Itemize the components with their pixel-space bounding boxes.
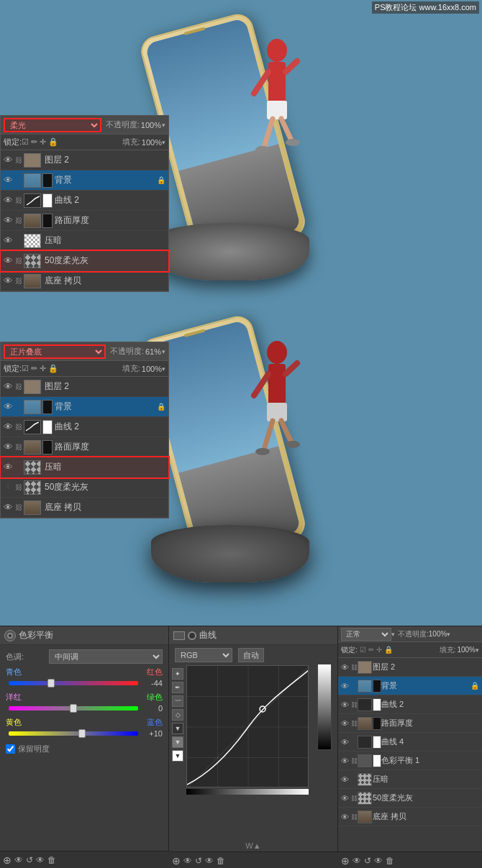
right-tool-3[interactable]: ↺ (364, 856, 371, 866)
cb-slider-3[interactable]: +10 (6, 729, 163, 738)
curves-tool-2[interactable]: 👁 (183, 856, 192, 866)
eye-icon-7[interactable]: 👁 (4, 275, 15, 286)
lock-move-icon-b[interactable]: ✛ (40, 364, 46, 373)
layer-row-r2[interactable]: 👁 背景 🔒 (338, 677, 482, 695)
layer-row-top-4[interactable]: 👁 ⛓ 路面厚度 (1, 211, 168, 231)
layer-row-top-1[interactable]: 👁 ⛓ 图层 2 (1, 150, 168, 170)
cb-tool-2[interactable]: 👁 (14, 855, 23, 865)
eye-r8[interactable]: 👁 (341, 794, 351, 803)
blend-mode-select-top[interactable]: 柔光 (4, 118, 101, 132)
cb-tool-5[interactable]: 🗑 (47, 855, 56, 865)
layer-row-top-5[interactable]: 👁 压暗 (1, 231, 168, 251)
eye-icon-b1[interactable]: 👁 (4, 381, 15, 392)
eye-icon-4[interactable]: 👁 (4, 215, 15, 226)
cb-tone-select[interactable]: 中间调 (49, 649, 163, 664)
layer-row-r5[interactable]: 👁 曲线 4 (338, 733, 482, 751)
layer-row-bot-3[interactable]: 👁 ⛓ 曲线 2 (1, 417, 168, 437)
lock-check-icon[interactable]: ☑ (22, 137, 29, 147)
right-blend-row[interactable]: 正常 ▾ 不透明度: 100% ▾ (338, 626, 482, 642)
eye-icon-1[interactable]: 👁 (4, 155, 15, 165)
blend-mode-select-bottom[interactable]: 正片叠底 (4, 344, 106, 359)
layer-row-r6[interactable]: 👁 ⛓ 色彩平衡 1 (338, 751, 482, 770)
curve-tool-smooth[interactable]: 〰 (172, 695, 183, 707)
layer-row-bot-6[interactable]: 👁 ⛓ 50度柔光灰 (1, 478, 168, 498)
curves-graph[interactable] (186, 665, 335, 795)
eye-r5[interactable]: 👁 (341, 738, 351, 746)
eye-icon-2[interactable]: 👁 (4, 175, 15, 186)
cb-slider-1[interactable]: -44 (6, 679, 163, 687)
eye-r1[interactable]: 👁 (341, 663, 351, 672)
opacity-arrow-top[interactable]: ▾ (162, 122, 165, 129)
layer-row-r8[interactable]: 👁 ⛓ 50度柔光灰 (338, 789, 482, 808)
eye-r3[interactable]: 👁 (341, 700, 351, 709)
cb-tool-1[interactable]: ⊕ (3, 854, 12, 866)
cb-preserve-checkbox[interactable] (6, 744, 15, 754)
eye-icon-b4[interactable]: 👁 (4, 442, 15, 452)
curve-tool-eyedrop-high[interactable]: ▼ (172, 750, 183, 762)
eye-r6[interactable]: 👁 (341, 757, 351, 765)
right-tool-1[interactable]: ⊕ (341, 855, 350, 867)
eye-r2[interactable]: 👁 (341, 682, 351, 690)
lock-brush-icon-b[interactable]: ✏ (31, 364, 37, 373)
thumb-b5 (24, 460, 41, 475)
curve-tool-eyedrop-shadow[interactable]: ▼ (172, 723, 183, 734)
eye-icon-3[interactable]: 👁 (4, 195, 15, 206)
layer-row-top-7[interactable]: 👁 ⛓ 底座 拷贝 (1, 271, 168, 291)
layer-row-r4[interactable]: 👁 ⛓ 路面厚度 (338, 714, 482, 733)
layer-row-r3[interactable]: 👁 ⛓ 曲线 2 (338, 695, 482, 714)
watermark: PS教程论坛 www.16xx8.com (372, 1, 479, 14)
right-blend-arrow[interactable]: ▾ (391, 631, 395, 638)
layer-row-r9[interactable]: 👁 ⛓ 底座 拷贝 (338, 808, 482, 826)
cb-tool-4[interactable]: 👁 (36, 855, 45, 865)
curves-tool-1[interactable]: ⊕ (172, 855, 181, 867)
layer-row-r7[interactable]: 👁 压暗 (338, 770, 482, 789)
curves-tool-4[interactable]: 👁 (205, 856, 214, 866)
layer-row-top-2[interactable]: 👁 背景 🔒 (1, 170, 168, 191)
curve-tool-point[interactable]: ✦ (172, 668, 183, 680)
cb-slider-2[interactable]: 0 (6, 704, 163, 713)
opacity-arrow-bottom[interactable]: ▾ (162, 348, 165, 355)
eye-icon-b3[interactable]: 👁 (4, 421, 15, 432)
right-tool-5[interactable]: 🗑 (386, 856, 394, 866)
eye-r7[interactable]: 👁 (341, 775, 351, 784)
curves-auto-button[interactable]: 自动 (238, 648, 264, 662)
fill-arrow-bottom[interactable]: ▾ (162, 365, 165, 373)
right-blend-select[interactable]: 正常 (341, 628, 391, 641)
layer-row-bot-1[interactable]: 👁 ⛓ 图层 2 (1, 377, 168, 397)
lock-brush-icon[interactable]: ✏ (31, 137, 37, 147)
curve-tool-eyedrop-mid[interactable]: ▼ (172, 736, 183, 748)
cb-thumb-3[interactable] (78, 729, 86, 738)
lock-check-icon-b[interactable]: ☑ (22, 364, 29, 373)
layer-row-bot-2[interactable]: 👁 背景 🔒 (1, 397, 168, 417)
layer-row-r1[interactable]: 👁 ⛓ 图层 2 (338, 658, 482, 677)
layer-row-top-6[interactable]: 👁 ⛓ 50度柔光灰 (1, 251, 168, 271)
curve-tool-corner[interactable]: ◇ (172, 709, 183, 721)
fill-arrow-top[interactable]: ▾ (162, 139, 165, 146)
layer-row-bot-5[interactable]: 👁 压暗 (1, 457, 168, 478)
eye-r4[interactable]: 👁 (341, 719, 351, 728)
lock-lock-icon[interactable]: 🔒 (48, 137, 58, 147)
eye-icon-b7[interactable]: 👁 (4, 502, 15, 513)
curves-tool-3[interactable]: ↺ (195, 856, 202, 866)
cb-thumb-2[interactable] (70, 704, 77, 713)
eye-icon-5[interactable]: 👁 (4, 235, 15, 246)
curves-channel-select[interactable]: RGB (175, 648, 232, 662)
curves-tool-5[interactable]: 🗑 (217, 856, 225, 866)
blend-mode-row-top[interactable]: 柔光 不透明度: 100% ▾ (1, 116, 168, 134)
eye-r9[interactable]: 👁 (341, 813, 351, 821)
layer-row-bot-7[interactable]: 👁 ⛓ 底座 拷贝 (1, 498, 168, 518)
layer-row-bot-4[interactable]: 👁 ⛓ 路面厚度 (1, 437, 168, 457)
lock-move-icon[interactable]: ✛ (40, 137, 46, 147)
right-tool-2[interactable]: 👁 (353, 856, 361, 866)
lock-lock-icon-b[interactable]: 🔒 (48, 364, 58, 373)
blend-mode-row-bottom[interactable]: 正片叠底 不透明度: 61% ▾ (1, 342, 168, 361)
curve-tool-pen[interactable]: ✒ (172, 682, 183, 693)
eye-icon-b5[interactable]: 👁 (4, 462, 15, 472)
cb-tool-3[interactable]: ↺ (26, 855, 33, 865)
cb-thumb-1[interactable] (47, 679, 55, 687)
eye-icon-6[interactable]: 👁 (4, 255, 15, 266)
right-tool-4[interactable]: 👁 (374, 856, 383, 866)
eye-icon-b2[interactable]: 👁 (4, 401, 15, 412)
right-opacity-arrow[interactable]: ▾ (447, 631, 450, 638)
layer-row-top-3[interactable]: 👁 ⛓ 曲线 2 (1, 191, 168, 211)
